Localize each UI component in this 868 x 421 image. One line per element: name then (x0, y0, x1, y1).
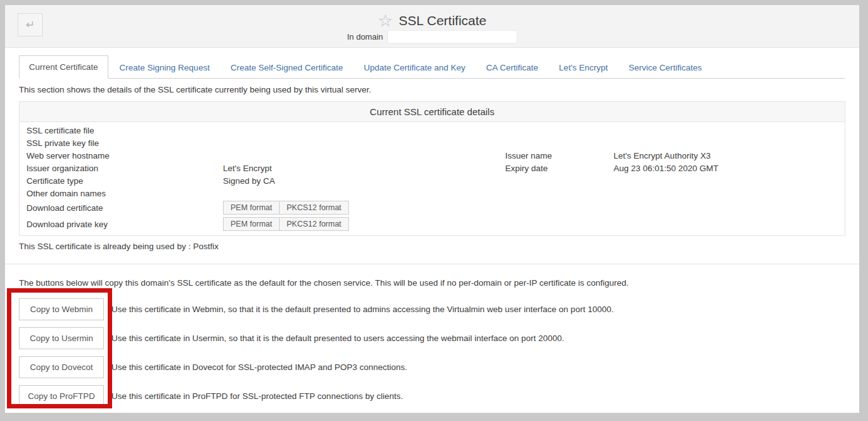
in-domain-label: In domain (347, 32, 383, 42)
copy-to-dovecot-button[interactable]: Copy to Dovecot (19, 356, 104, 378)
download-certificate-pkcs12-button[interactable]: PKCS12 format (279, 201, 349, 215)
row-value: PEM format PKCS12 format (216, 199, 845, 216)
row-value: Signed by CA (216, 174, 498, 187)
copy-row-usermin: Copy to Usermin Use this certificate in … (19, 327, 859, 349)
back-button[interactable]: ↵ (18, 13, 43, 36)
copy-to-proftpd-button[interactable]: Copy to ProFTPD (19, 385, 104, 407)
table-row: Other domain names (20, 187, 845, 199)
tab-lets-encrypt[interactable]: Let's Encrypt (549, 57, 617, 79)
row-value (216, 137, 498, 149)
title-block: ☆ SSL Certificate In domain (5, 5, 859, 43)
copy-to-webmin-button[interactable]: Copy to Webmin (19, 298, 104, 320)
row-label: SSL certificate file (20, 124, 216, 137)
tab-create-self-signed-certificate[interactable]: Create Self-Signed Certificate (221, 57, 353, 79)
table-row: SSL certificate file (20, 124, 845, 137)
copy-webmin-description: Use this certificate in Webmin, so that … (111, 305, 614, 314)
certificate-details-table: SSL certificate file SSL private key fil… (20, 124, 845, 232)
certificate-used-by-text: This SSL certificate is already being us… (19, 242, 845, 251)
row-label: Certificate type (20, 174, 216, 187)
row-value (607, 187, 845, 199)
table-row: Certificate type Signed by CA (20, 174, 845, 187)
download-private-key-pem-button[interactable]: PEM format (223, 217, 280, 231)
copy-to-usermin-button[interactable]: Copy to Usermin (19, 327, 104, 349)
table-row: Download certificate PEM format PKCS12 f… (20, 199, 845, 216)
tab-ca-certificate[interactable]: CA Certificate (477, 57, 548, 79)
copy-section-intro: The buttons below will copy this domain'… (19, 278, 845, 288)
favorite-star-icon[interactable]: ☆ (378, 14, 393, 27)
section-intro-text: This section shows the details of the SS… (19, 85, 845, 94)
row-label: SSL private key file (20, 137, 216, 149)
table-row: Download private key PEM format PKCS12 f… (20, 216, 845, 232)
row-value (607, 137, 845, 149)
row-value (607, 174, 845, 187)
tab-current-certificate[interactable]: Current Certificate (19, 55, 108, 79)
row-value: PEM format PKCS12 format (216, 216, 845, 232)
row-value (216, 149, 498, 162)
download-certificate-pem-button[interactable]: PEM format (223, 201, 280, 215)
row-label: Issuer organization (20, 162, 216, 174)
table-row: SSL private key file (20, 137, 845, 149)
row-label: Other domain names (20, 187, 216, 199)
row-label (498, 124, 607, 137)
tab-update-certificate-and-key[interactable]: Update Certificate and Key (354, 57, 474, 79)
row-label: Expiry date (498, 162, 607, 174)
tab-bar: Current Certificate Create Signing Reque… (19, 55, 845, 79)
back-arrow-icon: ↵ (26, 19, 35, 31)
row-label (498, 137, 607, 149)
row-value (216, 124, 498, 137)
row-label: Download certificate (20, 199, 216, 216)
panel-title: Current SSL certificate details (20, 102, 845, 122)
row-value: Let's Encrypt (216, 162, 498, 174)
certificate-details-panel: Current SSL certificate details SSL cert… (19, 101, 845, 236)
row-label: Issuer name (498, 149, 607, 162)
page-header: ↵ ☆ SSL Certificate In domain (5, 5, 859, 48)
table-row: Web server hostname Issuer name Let's En… (20, 149, 845, 162)
row-label: Download private key (20, 216, 216, 232)
app-window: ↵ ☆ SSL Certificate In domain Current Ce… (5, 5, 859, 413)
row-value: Aug 23 06:01:50 2020 GMT (607, 162, 845, 174)
tab-create-signing-request[interactable]: Create Signing Request (110, 57, 219, 79)
row-label: Web server hostname (20, 149, 216, 162)
copy-proftpd-description: Use this certificate in ProFTPD for SSL-… (111, 391, 403, 401)
copy-usermin-description: Use this certificate in Usermin, so that… (111, 334, 564, 343)
copy-row-proftpd: Copy to ProFTPD Use this certificate in … (19, 385, 859, 407)
row-value (607, 124, 845, 137)
row-value (216, 187, 498, 199)
download-private-key-pkcs12-button[interactable]: PKCS12 format (279, 217, 349, 231)
page-title: SSL Certificate (399, 13, 486, 28)
copy-dovecot-description: Use this certificate in Dovecot for SSL-… (111, 362, 407, 372)
row-label (498, 187, 607, 199)
table-row: Issuer organization Let's Encrypt Expiry… (20, 162, 845, 174)
row-label (498, 174, 607, 187)
section-divider (5, 264, 859, 264)
row-value: Let's Encrypt Authority X3 (607, 149, 845, 162)
copy-row-dovecot: Copy to Dovecot Use this certificate in … (19, 356, 859, 378)
copy-buttons-list: Copy to Webmin Use this certificate in W… (19, 298, 859, 407)
tab-service-certificates[interactable]: Service Certificates (619, 57, 711, 79)
domain-input[interactable] (387, 30, 517, 43)
copy-row-webmin: Copy to Webmin Use this certificate in W… (19, 298, 859, 320)
